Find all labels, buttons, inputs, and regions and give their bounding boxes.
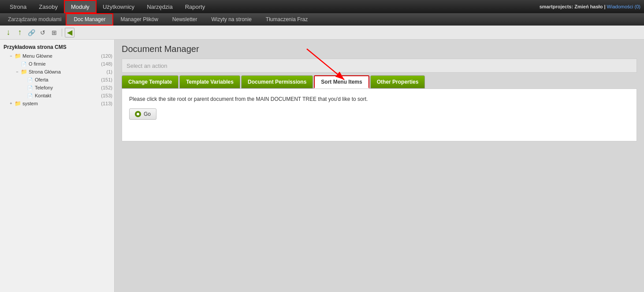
subnav-wizyty[interactable]: Wizyty na stronie — [205, 13, 259, 26]
tree-count-kontakt: (153) — [101, 93, 112, 98]
messages-link[interactable]: Wiadomości (0) — [607, 4, 640, 9]
tree-item-strona-glowna[interactable]: − 📁 Strona Główna (1) — [12, 68, 114, 76]
tab-other-properties[interactable]: Other Properties — [370, 75, 425, 89]
toggle-kontakt — [20, 92, 26, 99]
go-button-icon — [135, 111, 141, 117]
action-bar: Select an action — [122, 59, 637, 73]
tree-item-system[interactable]: + 📁 system (113) — [6, 100, 114, 107]
toggle-menu-glowne[interactable]: − — [8, 53, 14, 59]
tabs-container: Change Template Template Variables Docum… — [122, 75, 637, 141]
subnav-tlumaczenia[interactable]: Tłumaczenia Fraz — [259, 13, 315, 26]
page-title: Document Manager — [122, 44, 637, 54]
tab-content-message: Please click the site root or parent doc… — [129, 96, 629, 102]
tree-count-oferta: (151) — [101, 77, 112, 82]
nav-item-moduly[interactable]: Moduły — [64, 0, 97, 13]
top-navigation: Strona Zasoby Moduły Użytkownicy Narzędz… — [0, 0, 644, 13]
go-button[interactable]: Go — [129, 108, 156, 120]
nav-item-uzytkownicy[interactable]: Użytkownicy — [97, 0, 141, 13]
action-bar-label: Select an action — [127, 63, 168, 69]
nav-item-raporty[interactable]: Raporty — [179, 0, 212, 13]
content-area: Document Manager Select an action — [115, 40, 644, 292]
toolbar: ↓ ↑ 🔗 ↺ ⊞ ◀ — [0, 26, 644, 40]
tree-label-kontakt: Kontakt — [35, 93, 100, 98]
subnav-manager-plikow[interactable]: Manager Plików — [113, 13, 165, 26]
page-icon-oferta: 📄 — [26, 77, 34, 83]
tab-row: Change Template Template Variables Docum… — [122, 75, 637, 89]
tree-count-strona-glowna: (1) — [107, 69, 112, 74]
toolbar-collapse-btn[interactable]: ◀ — [65, 28, 74, 37]
go-button-label: Go — [144, 111, 151, 117]
top-nav-items: Strona Zasoby Moduły Użytkownicy Narzędz… — [4, 0, 540, 13]
page-icon-telefony: 📄 — [26, 85, 34, 91]
toggle-o-firmie — [14, 61, 20, 67]
module-management-label: Zarządzanie modułami — [4, 16, 66, 22]
folder-icon-system: 📁 — [14, 100, 21, 107]
folder-icon-menu-glowne: 📁 — [14, 53, 21, 59]
tab-template-variables[interactable]: Template Variables — [179, 75, 240, 89]
page-icon-o-firmie: 📄 — [20, 61, 27, 67]
tree-label-system: system — [22, 101, 100, 106]
sidebar-root-label: Przykładowa strona CMS — [0, 42, 114, 52]
tab-change-template[interactable]: Change Template — [122, 75, 179, 89]
toolbar-up-btn[interactable]: ↑ — [15, 28, 25, 37]
tree-label-menu-glowne: Menu Główne — [22, 53, 100, 59]
toggle-strona-glowna[interactable]: − — [14, 69, 20, 75]
tree-label-strona-glowna: Strona Główna — [29, 69, 106, 74]
toggle-system[interactable]: + — [8, 100, 14, 107]
subnav-newsletter[interactable]: Newsletter — [165, 13, 205, 26]
tree-count-o-firmie: (148) — [101, 61, 112, 67]
nav-item-zasoby[interactable]: Zasoby — [33, 0, 64, 13]
toggle-oferta — [20, 77, 26, 83]
tree-count-system: (113) — [101, 101, 112, 106]
nav-item-narzedzia[interactable]: Narzędzia — [141, 0, 179, 13]
tree-label-o-firmie: O firmie — [29, 61, 100, 67]
change-password-link[interactable]: Zmień hasło — [574, 4, 603, 9]
toggle-telefony — [20, 85, 26, 91]
subnav-doc-manager[interactable]: Doc Manager — [66, 13, 113, 26]
tab-sort-menu-items[interactable]: Sort Menu Items — [314, 75, 369, 89]
tree-count-telefony: (152) — [101, 85, 112, 90]
toolbar-link-btn[interactable]: 🔗 — [26, 28, 36, 37]
toolbar-down-btn[interactable]: ↓ — [4, 28, 13, 37]
top-nav-right: smartprojects: Zmień hasło | Wiadomości … — [540, 4, 640, 9]
toolbar-refresh-btn[interactable]: ↺ — [38, 28, 48, 37]
page-icon-kontakt: 📄 — [26, 92, 34, 99]
tree-label-oferta: Oferta — [35, 77, 100, 82]
tree-count-menu-glowne: (120) — [101, 53, 112, 59]
tree-item-oferta[interactable]: 📄 Oferta (151) — [19, 76, 114, 84]
sub-nav-items: Doc Manager Manager Plików Newsletter Wi… — [66, 13, 315, 26]
tree-item-o-firmie[interactable]: 📄 O firmie (148) — [12, 60, 114, 68]
tree-item-kontakt[interactable]: 📄 Kontakt (153) — [19, 92, 114, 100]
tree-item-menu-glowne[interactable]: − 📁 Menu Główne (120) — [6, 52, 114, 60]
tab-content-panel: Please click the site root or parent doc… — [122, 89, 637, 141]
tab-document-permissions[interactable]: Document Permissions — [241, 75, 313, 89]
nav-item-strona[interactable]: Strona — [4, 0, 33, 13]
toolbar-separator — [62, 29, 62, 37]
tree-label-telefony: Telefony — [35, 85, 100, 90]
main-layout: Przykładowa strona CMS − 📁 Menu Główne (… — [0, 40, 644, 292]
tree-item-telefony[interactable]: 📄 Telefony (152) — [19, 84, 114, 92]
toolbar-grid-btn[interactable]: ⊞ — [49, 28, 59, 37]
folder-icon-strona-glowna: 📁 — [20, 69, 27, 75]
sub-navigation: Zarządzanie modułami Doc Manager Manager… — [0, 13, 644, 26]
sidebar-tree: Przykładowa strona CMS − 📁 Menu Główne (… — [0, 40, 115, 292]
